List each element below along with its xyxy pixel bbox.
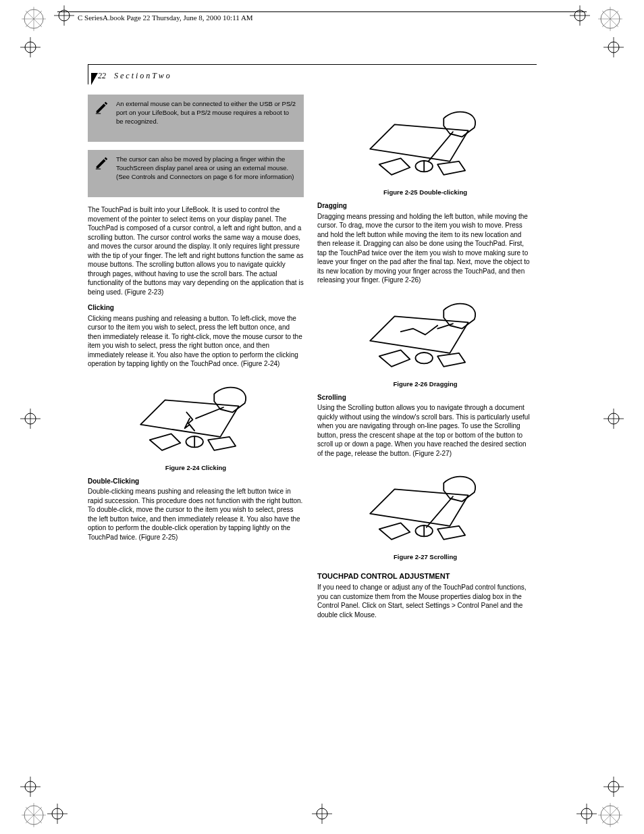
right-column: Figure 2-25 Double-clicking Dragging Dra…: [317, 95, 533, 626]
figure-2-24-caption: Figure 2-24 Clicking: [88, 464, 304, 473]
clicking-text: Clicking means pushing and releasing a b…: [88, 314, 304, 369]
registration-cross-icon: [20, 409, 41, 429]
header-rule: [57, 11, 587, 12]
registration-cross-icon: [576, 804, 597, 824]
touchpad-intro: The TouchPad is built into your LifeBook…: [88, 205, 304, 296]
touchpad-clicking-illustration: [128, 375, 263, 461]
content-area: An external mouse can be connected to ei…: [88, 95, 537, 626]
clicking-heading: Clicking: [88, 303, 304, 313]
left-column: An external mouse can be connected to ei…: [88, 95, 304, 626]
note-box-1: An external mouse can be connected to ei…: [88, 95, 304, 142]
registration-cross-icon: [603, 37, 624, 57]
touchpad-control-heading: TOUCHPAD CONTROL ADJUSTMENT: [317, 571, 533, 581]
registration-cross-icon: [20, 37, 41, 57]
page-number: 22 S e c t i o n T w o: [98, 71, 170, 81]
figure-2-24: [88, 375, 304, 461]
touchpad-scrolling-illustration: [358, 465, 493, 550]
touchpad-doubleclick-illustration: [358, 100, 493, 186]
note-box-2: The cursor can also be moved by placing …: [88, 150, 304, 197]
figure-2-27-caption: Figure 2-27 Scrolling: [317, 553, 533, 562]
running-header: C SeriesA.book Page 22 Thursday, June 8,…: [78, 14, 253, 22]
page-corner-rule: [88, 64, 88, 84]
pencil-icon: [95, 155, 109, 170]
figure-2-25-caption: Figure 2-25 Double-clicking: [317, 188, 533, 197]
crop-mark-icon: [20, 5, 47, 32]
registration-cross-icon: [570, 5, 590, 26]
section-label: S e c t i o n T w o: [114, 71, 170, 80]
scrolling-text: Using the Scrolling button allows you to…: [317, 403, 533, 458]
crop-mark-icon: [20, 802, 47, 829]
registration-cross-icon: [603, 777, 624, 797]
registration-cross-icon: [603, 409, 624, 429]
dragging-heading: Dragging: [317, 201, 533, 211]
svg-point-59: [415, 353, 432, 363]
figure-2-26-caption: Figure 2-26 Dragging: [317, 380, 533, 389]
touchpad-dragging-illustration: [358, 292, 493, 377]
pencil-icon: [95, 100, 109, 115]
double-clicking-heading: Double-Clicking: [88, 477, 304, 486]
page-corner-icon: [91, 73, 98, 85]
crop-mark-icon: [597, 5, 624, 32]
figure-2-26: [317, 292, 533, 377]
page-top-rule: [88, 64, 537, 65]
crop-mark-icon: [597, 802, 624, 829]
page-number-value: 22: [98, 71, 106, 80]
figure-2-27: [317, 465, 533, 550]
note-text-1: An external mouse can be connected to ei…: [116, 100, 297, 126]
registration-cross-icon: [47, 804, 68, 824]
registration-cross-icon: [20, 777, 41, 797]
double-clicking-text: Double-clicking means pushing and releas…: [88, 487, 304, 542]
scrolling-heading: Scrolling: [317, 393, 533, 402]
touchpad-control-text: If you need to change or adjust any of t…: [317, 583, 533, 619]
registration-cross-icon: [54, 5, 74, 26]
note-text-2: The cursor can also be moved by placing …: [116, 155, 297, 181]
figure-2-25: [317, 100, 533, 186]
registration-cross-icon: [312, 804, 332, 824]
dragging-text: Dragging means pressing and holding the …: [317, 212, 533, 285]
